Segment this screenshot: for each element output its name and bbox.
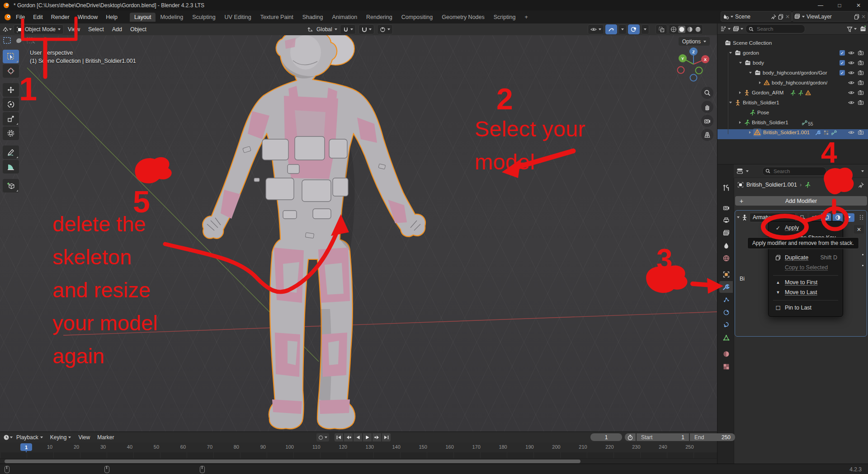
outliner-row-scene-collection[interactable]: Scene Collection [725, 38, 772, 48]
shading-solid-button[interactable] [678, 26, 685, 33]
workspace-tab-scripting[interactable]: Scripting [489, 13, 520, 22]
edit-mode-display-toggle[interactable] [797, 213, 807, 222]
timeline-menu-keying[interactable]: Keying [47, 434, 75, 441]
timeline-editor-icon[interactable] [3, 434, 10, 441]
timeline-scrollbar[interactable] [5, 460, 580, 463]
realtime-display-toggle[interactable] [821, 213, 831, 222]
perspective-toggle-button[interactable] [701, 129, 713, 141]
editor-type-icon[interactable] [2, 26, 9, 33]
options-dropdown[interactable]: Options [679, 37, 710, 46]
workspace-tab-geometry-nodes[interactable]: Geometry Nodes [437, 13, 489, 22]
outliner-filter-mode-dropdown[interactable] [733, 26, 743, 32]
expand-icon[interactable] [749, 72, 752, 74]
add-workspace-button[interactable]: + [520, 13, 532, 22]
tab-output[interactable] [719, 214, 733, 226]
maximize-button[interactable]: □ [830, 0, 849, 10]
orientation-dropdown[interactable]: Global [316, 26, 337, 33]
properties-editor-icon[interactable] [736, 168, 743, 174]
tool-move[interactable] [3, 83, 19, 97]
add-modifier-button[interactable]: + Add Modifier [735, 196, 867, 206]
properties-search-input[interactable] [773, 168, 815, 174]
outliner-row-body-highcount-collection[interactable]: body_highcount/gordon/Gor [749, 68, 840, 78]
mode-selector[interactable]: Object Mode [14, 24, 64, 34]
tool-rotate[interactable] [3, 98, 19, 111]
prev-keyframe-button[interactable] [344, 433, 353, 441]
tab-world[interactable] [719, 252, 733, 264]
menu-item-move-to-last[interactable]: ▼ Move to Last [770, 287, 841, 297]
timeline-menu-marker[interactable]: Marker [94, 434, 118, 441]
navigation-gizmo[interactable]: Z X Y [675, 45, 713, 83]
menu-item-pin-to-last[interactable]: ☐ Pin to Last [770, 303, 841, 313]
overlays-toggle[interactable] [628, 24, 640, 34]
viewlayer-selector[interactable]: ViewLayer ✕ [792, 11, 868, 22]
render-visibility-icon[interactable] [858, 50, 864, 56]
outliner-search-input[interactable] [756, 26, 798, 32]
outliner-row-british-soldier1-001[interactable]: British_Soldier1.001 [749, 127, 837, 137]
menu-item-copy-to-selected[interactable]: Copy to Selected [770, 263, 841, 272]
expand-icon[interactable] [729, 52, 732, 54]
menu-edit[interactable]: Edit [29, 14, 47, 20]
workspace-tab-sculpting[interactable]: Sculpting [188, 13, 220, 22]
outliner-row-body[interactable]: body [739, 58, 764, 68]
timeline-menu-view[interactable]: View [75, 434, 94, 441]
workspace-tab-layout[interactable]: Layout [130, 13, 156, 22]
copy-icon[interactable] [778, 14, 783, 19]
eye-icon[interactable] [848, 129, 854, 136]
collection-checkbox[interactable]: ✓ [840, 70, 845, 75]
unlink-scene-icon[interactable]: ✕ [785, 14, 790, 20]
tool-annotate[interactable] [3, 145, 19, 159]
eye-icon[interactable] [848, 50, 854, 56]
use-preview-range-toggle[interactable] [625, 433, 636, 441]
gizmo-minus-z-axis[interactable] [690, 75, 697, 81]
expand-icon[interactable] [737, 216, 740, 218]
collection-checkbox[interactable]: ✓ [840, 50, 845, 56]
outliner-row-british-soldier1[interactable]: British_Soldier1 [729, 98, 779, 108]
tool-cursor[interactable] [3, 64, 19, 78]
tab-object-data[interactable] [719, 332, 733, 343]
tool-select-box[interactable] [3, 50, 19, 63]
shading-rendered-button[interactable] [694, 26, 702, 33]
render-visibility-icon[interactable] [858, 129, 864, 136]
render-visibility-icon[interactable] [858, 89, 864, 96]
tool-scale[interactable] [3, 112, 19, 126]
outliner-display-mode-dropdown[interactable] [720, 26, 731, 32]
expand-icon[interactable] [739, 62, 742, 64]
cage-display-toggle[interactable] [809, 213, 819, 222]
eye-icon[interactable] [848, 89, 854, 96]
current-frame-field[interactable]: 1 [590, 433, 622, 441]
tab-texture[interactable] [719, 361, 733, 372]
menu-render[interactable]: Render [47, 14, 74, 20]
proportional-edit-dropdown[interactable] [377, 24, 393, 34]
close-button[interactable]: ✕ [849, 0, 868, 10]
xray-toggle[interactable] [656, 24, 667, 34]
workspace-tab-animation[interactable]: Animation [328, 13, 362, 22]
eye-icon[interactable] [848, 99, 854, 106]
copy-icon[interactable] [854, 14, 859, 19]
auto-keying-toggle[interactable] [316, 433, 329, 441]
viewport-menu-view[interactable]: View [64, 26, 84, 33]
tab-modifiers[interactable] [719, 281, 733, 293]
gizmo-minus-x-axis[interactable] [678, 67, 684, 74]
minimize-button[interactable]: — [811, 0, 830, 10]
jump-to-end-button[interactable] [382, 433, 391, 441]
pin-icon[interactable] [858, 182, 864, 188]
tab-view-layer[interactable] [719, 227, 733, 239]
pan-hand-button[interactable] [701, 101, 713, 113]
outliner-filter-dropdown[interactable] [847, 26, 866, 32]
render-visibility-icon[interactable] [858, 99, 864, 106]
render-display-toggle[interactable] [833, 213, 843, 222]
outliner-row-gordon-arm[interactable]: Gordon_ARM [739, 88, 811, 98]
viewport-menu-select[interactable]: Select [84, 26, 108, 33]
shading-wireframe-button[interactable] [670, 26, 677, 33]
viewport-menu-object[interactable]: Object [126, 26, 151, 33]
workspace-tab-modeling[interactable]: Modeling [156, 13, 188, 22]
next-keyframe-button[interactable] [373, 433, 381, 441]
menu-help[interactable]: Help [102, 14, 122, 20]
tab-material[interactable] [719, 348, 733, 360]
select-box-mode-icon[interactable] [3, 37, 12, 44]
workspace-tab-texture-paint[interactable]: Texture Paint [256, 13, 298, 22]
remove-viewlayer-icon[interactable]: ✕ [861, 14, 866, 20]
menu-item-duplicate[interactable]: Duplicate Shift D [770, 253, 841, 263]
menu-item-move-to-first[interactable]: ▲ Move to First [770, 277, 841, 287]
gizmo-minus-y-axis[interactable] [696, 67, 703, 74]
